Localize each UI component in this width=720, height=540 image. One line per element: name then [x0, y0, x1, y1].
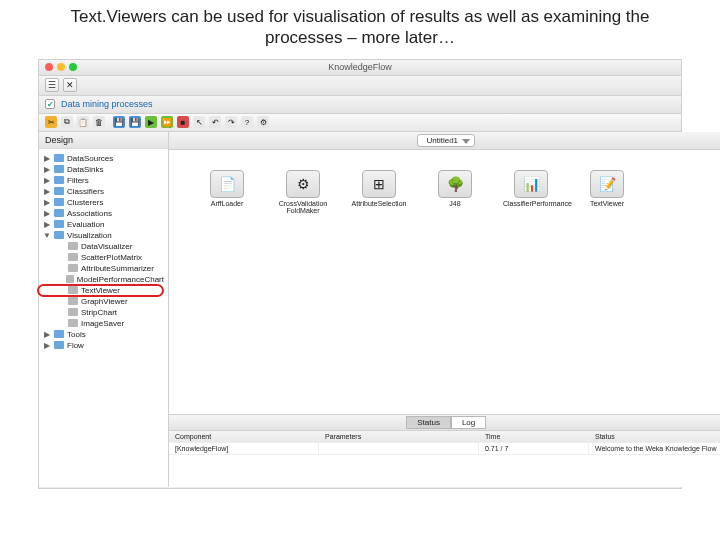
- canvas-node[interactable]: ⚙CrossValidation FoldMaker: [275, 170, 331, 214]
- status-panel: Status Log Component Parameters Time Sta…: [169, 415, 720, 487]
- minimize-icon[interactable]: [57, 63, 65, 71]
- paste-icon[interactable]: 📋: [77, 116, 89, 128]
- tab-log[interactable]: Log: [451, 416, 486, 429]
- saveall-icon[interactable]: 💾: [129, 116, 141, 128]
- tree-node[interactable]: ▶Tools: [43, 329, 164, 340]
- col-status: Status: [589, 431, 720, 442]
- cell-time: 0.71 / 7: [479, 443, 589, 454]
- tree-node[interactable]: ImageSaver: [43, 318, 164, 329]
- tree-node[interactable]: ▶Classifiers: [43, 186, 164, 197]
- node-label: AttributeSelection: [351, 200, 407, 207]
- checkmark-icon[interactable]: ✔: [45, 99, 55, 109]
- app-window: KnowledgeFlow ☰ ✕ ✔ Data mining processe…: [38, 59, 682, 489]
- node-icon: ⚙: [286, 170, 320, 198]
- component-tree[interactable]: ▶DataSources▶DataSinks▶Filters▶Classifie…: [39, 149, 168, 355]
- tree-node[interactable]: AttributeSummarizer: [43, 263, 164, 274]
- tab-untitled[interactable]: Untitled1: [417, 134, 475, 147]
- canvas-node[interactable]: ⊞AttributeSelection: [351, 170, 407, 207]
- pointer-icon[interactable]: ↖: [193, 116, 205, 128]
- node-icon: ⊞: [362, 170, 396, 198]
- titlebar: KnowledgeFlow: [39, 60, 681, 76]
- cut-icon[interactable]: ✂: [45, 116, 57, 128]
- node-label: CrossValidation FoldMaker: [275, 200, 331, 214]
- canvas-node[interactable]: 📄ArffLoader: [199, 170, 255, 207]
- menu-toolbar: ☰ ✕: [39, 76, 681, 96]
- tree-node[interactable]: ScatterPlotMatrix: [43, 252, 164, 263]
- tree-node[interactable]: ▶Evaluation: [43, 219, 164, 230]
- runall-icon[interactable]: ⏩: [161, 116, 173, 128]
- help-icon[interactable]: ?: [241, 116, 253, 128]
- cell-parameters: [319, 443, 479, 454]
- node-icon: 📝: [590, 170, 624, 198]
- cell-status: Welcome to the Weka Knowledge Flow: [589, 443, 720, 454]
- node-icon: 📄: [210, 170, 244, 198]
- main-toolbar: ✂ ⧉ 📋 🗑 💾 💾 ▶ ⏩ ■ ↖ ↶ ↷ ? ⚙: [39, 114, 681, 132]
- sidebar-header: Design: [39, 132, 168, 149]
- tree-node[interactable]: StripChart: [43, 307, 164, 318]
- tree-node[interactable]: ▶DataSources: [43, 153, 164, 164]
- close-icon[interactable]: [45, 63, 53, 71]
- node-label: J48: [427, 200, 483, 207]
- tree-node[interactable]: ▶Clusterers: [43, 197, 164, 208]
- col-component: Component: [169, 431, 319, 442]
- node-label: ArffLoader: [199, 200, 255, 207]
- canvas-node[interactable]: 📝TextViewer: [579, 170, 635, 207]
- stop-icon[interactable]: ■: [177, 116, 189, 128]
- table-row: [KnowledgeFlow] 0.71 / 7 Welcome to the …: [169, 443, 720, 455]
- node-icon: 📊: [514, 170, 548, 198]
- settings-icon[interactable]: ⚙: [257, 116, 269, 128]
- tab-status[interactable]: Status: [406, 416, 451, 429]
- program-label[interactable]: Data mining processes: [61, 99, 153, 109]
- program-bar: ✔ Data mining processes: [39, 96, 681, 114]
- tree-node[interactable]: ▶Filters: [43, 175, 164, 186]
- run-icon[interactable]: ▶: [145, 116, 157, 128]
- redo-icon[interactable]: ↷: [225, 116, 237, 128]
- col-time: Time: [479, 431, 589, 442]
- tree-node[interactable]: ▶Flow: [43, 340, 164, 351]
- canvas-node[interactable]: 📊ClassifierPerformance: [503, 170, 559, 207]
- tree-node[interactable]: GraphViewer: [43, 296, 164, 307]
- undo-icon[interactable]: ↶: [209, 116, 221, 128]
- status-table: Component Parameters Time Status [Knowle…: [169, 431, 720, 487]
- copy-icon[interactable]: ⧉: [61, 116, 73, 128]
- save-icon[interactable]: 💾: [113, 116, 125, 128]
- menu-icon[interactable]: ☰: [45, 78, 59, 92]
- tree-node[interactable]: ▼Visualization: [43, 230, 164, 241]
- window-title: KnowledgeFlow: [328, 62, 392, 72]
- node-label: TextViewer: [579, 200, 635, 207]
- tree-node[interactable]: DataVisualizer: [43, 241, 164, 252]
- clear-icon[interactable]: ✕: [63, 78, 77, 92]
- flow-canvas[interactable]: 📄ArffLoader⚙CrossValidation FoldMaker⊞At…: [169, 150, 720, 415]
- node-label: ClassifierPerformance: [503, 200, 559, 207]
- tree-node[interactable]: ModelPerformanceChart: [43, 274, 164, 285]
- node-icon: 🌳: [438, 170, 472, 198]
- tree-node[interactable]: ▶Associations: [43, 208, 164, 219]
- tree-node[interactable]: ▶DataSinks: [43, 164, 164, 175]
- zoom-icon[interactable]: [69, 63, 77, 71]
- canvas-node[interactable]: 🌳J48: [427, 170, 483, 207]
- tree-node-textviewer[interactable]: TextViewer: [43, 285, 164, 296]
- slide-title: Text.Viewers can be used for visualisati…: [0, 0, 720, 59]
- sidebar: Design ▶DataSources▶DataSinks▶Filters▶Cl…: [39, 132, 169, 487]
- col-parameters: Parameters: [319, 431, 479, 442]
- delete-icon[interactable]: 🗑: [93, 116, 105, 128]
- canvas-tabbar: Untitled1: [169, 132, 720, 150]
- cell-component: [KnowledgeFlow]: [169, 443, 319, 454]
